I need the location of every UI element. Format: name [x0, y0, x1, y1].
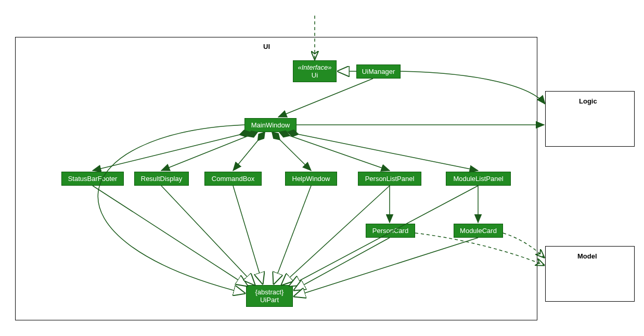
class-status-bar-footer: StatusBarFooter	[61, 172, 124, 186]
ui-manager-name: UiManager	[361, 68, 396, 75]
class-command-box: CommandBox	[204, 172, 262, 186]
class-ui-manager: UiManager	[356, 64, 401, 79]
ui-interface-stereotype: «Interface»	[298, 63, 332, 71]
module-card-name: ModuleCard	[458, 227, 498, 235]
ui-part-name: UiPart	[251, 296, 288, 304]
class-result-display: ResultDisplay	[134, 172, 189, 186]
class-main-window: MainWindow	[244, 118, 297, 132]
class-person-list-panel: PersonListPanel	[358, 172, 421, 186]
class-module-card: ModuleCard	[454, 224, 503, 238]
class-help-window: HelpWindow	[285, 172, 337, 186]
package-logic-label: Logic	[579, 97, 597, 105]
main-window-name: MainWindow	[249, 121, 292, 129]
class-ui-interface: «Interface» Ui	[293, 60, 337, 82]
ui-part-stereotype: {abstract}	[251, 288, 288, 296]
class-ui-part: {abstract} UiPart	[246, 285, 293, 307]
ui-interface-name: Ui	[298, 71, 332, 79]
package-ui-label: UI	[263, 43, 270, 50]
result-display-name: ResultDisplay	[139, 175, 184, 183]
person-list-panel-name: PersonListPanel	[363, 175, 417, 183]
module-list-panel-name: ModuleListPanel	[450, 175, 506, 183]
status-bar-footer-name: StatusBarFooter	[66, 175, 119, 183]
class-module-list-panel: ModuleListPanel	[446, 172, 511, 186]
package-model-label: Model	[577, 252, 597, 260]
command-box-name: CommandBox	[209, 175, 257, 183]
help-window-name: HelpWindow	[290, 175, 332, 183]
person-card-name: PersonCard	[370, 227, 410, 235]
class-person-card: PersonCard	[366, 224, 415, 238]
